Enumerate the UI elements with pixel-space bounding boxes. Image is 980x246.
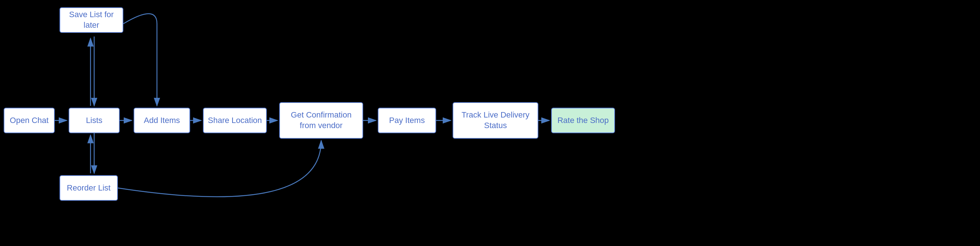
flowchart-canvas: Open Chat Lists Save List for later Reor… (0, 0, 980, 246)
pay-items-node: Pay Items (378, 108, 436, 133)
get-confirmation-node: Get Confirmation from vendor (279, 102, 363, 139)
add-items-node: Add Items (134, 108, 190, 133)
track-delivery-node: Track Live Delivery Status (453, 102, 538, 139)
share-location-node: Share Location (203, 108, 267, 133)
save-list-node: Save List for later (59, 7, 123, 33)
reorder-list-node: Reorder List (59, 175, 118, 201)
rate-shop-node: Rate the Shop (551, 108, 615, 133)
lists-node: Lists (68, 108, 120, 133)
open-chat-node: Open Chat (4, 108, 55, 133)
